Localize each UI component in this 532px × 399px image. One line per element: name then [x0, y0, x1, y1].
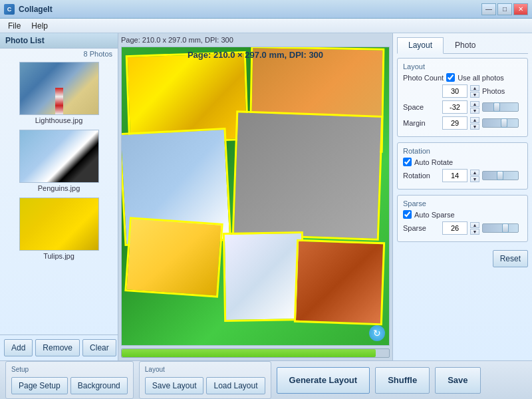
menu-file[interactable]: File [3, 20, 26, 32]
space-label: Space [403, 103, 440, 111]
auto-rotate-checkbox[interactable] [403, 158, 412, 166]
use-all-photos-label[interactable]: Use all photos [446, 73, 504, 82]
rotation-up[interactable]: ▲ [470, 170, 479, 176]
setup-buttons: Page Setup Background [11, 377, 128, 394]
collage-preview [122, 47, 389, 345]
margin-label: Margin [403, 119, 440, 127]
photo-count-up[interactable]: ▲ [470, 85, 479, 91]
auto-rotate-row: Auto Rotate [403, 158, 522, 166]
rotation-section-title: Rotation [403, 147, 522, 155]
menu-help[interactable]: Help [26, 20, 53, 32]
generate-layout-button[interactable]: Generate Layout [277, 367, 370, 394]
rotation-down[interactable]: ▼ [470, 176, 479, 182]
photo-count-value-row: ▲ ▼ Photos [403, 84, 522, 98]
page-setup-button[interactable]: Page Setup [11, 377, 68, 394]
photo-list-header: Photo List [0, 33, 118, 49]
rotation-slider[interactable] [482, 171, 519, 180]
photo-list-buttons: Add Remove Clear [0, 334, 118, 360]
reset-button[interactable]: Reset [493, 250, 528, 267]
right-panel: Layout Photo Layout Photo Count Use all … [392, 33, 532, 360]
save-button[interactable]: Save [435, 367, 480, 394]
photo-name-penguins: Penguins.jpg [38, 184, 80, 192]
layout-buttons: Save Layout Load Layout [145, 377, 265, 394]
remove-button[interactable]: Remove [35, 339, 80, 356]
save-layout-button[interactable]: Save Layout [145, 377, 204, 394]
photo-count-down[interactable]: ▼ [470, 92, 479, 98]
background-button[interactable]: Background [70, 377, 128, 394]
minimize-button[interactable]: — [481, 3, 496, 15]
photos-suffix: Photos [482, 87, 505, 95]
thumbnail-penguins [19, 130, 99, 183]
rotation-section: Rotation Auto Rotate Rotation ▲ ▼ [397, 142, 528, 190]
rotation-slider-thumb[interactable] [497, 171, 503, 180]
setup-group-label: Setup [11, 366, 128, 373]
sparse-down[interactable]: ▼ [470, 229, 479, 235]
window-controls: — □ ✕ [481, 3, 528, 15]
photo-count: 8 Photos [0, 49, 118, 59]
margin-down[interactable]: ▼ [470, 124, 479, 130]
margin-up[interactable]: ▲ [470, 117, 479, 123]
tab-photo[interactable]: Photo [444, 37, 487, 53]
canvas-frame: Page: 210.0 × 297.0 mm, DPI: 300 ↻ [121, 47, 390, 346]
space-row: Space ▲ ▼ [403, 100, 522, 114]
auto-sparse-checkbox[interactable] [403, 210, 412, 219]
rotation-label: Rotation [403, 172, 440, 180]
refresh-icon[interactable]: ↻ [369, 325, 385, 341]
auto-sparse-row: Auto Sparse [403, 210, 522, 219]
list-item[interactable]: Penguins.jpg [3, 130, 115, 192]
maximize-button[interactable]: □ [497, 3, 512, 15]
sparse-section-title: Sparse [403, 200, 522, 207]
progress-bar-container [121, 348, 390, 358]
layout-group-label: Layout [145, 366, 265, 373]
sparse-label: Sparse [403, 224, 440, 232]
sparse-section: Sparse Auto Sparse Sparse ▲ ▼ [397, 195, 528, 242]
sparse-input[interactable] [442, 221, 467, 235]
thumbnail-tulips [19, 198, 99, 251]
photo-count-label: Photo Count [403, 74, 444, 82]
photo-name-tulips: Tulips.jpg [43, 252, 74, 260]
margin-slider[interactable] [482, 118, 519, 128]
sparse-slider-thumb[interactable] [502, 223, 509, 233]
collage-photo-6 [223, 231, 305, 322]
space-slider-thumb[interactable] [493, 102, 500, 112]
auto-sparse-text: Auto Sparse [414, 211, 455, 219]
canvas-title-overlay: Page: 210.0 × 297.0 mm, DPI: 300 [188, 50, 323, 60]
photo-list-scroll[interactable]: Lighthouse.jpg Penguins.jpg Tulips.jpg [0, 59, 118, 334]
use-all-photos-checkbox[interactable] [446, 73, 455, 82]
space-input[interactable] [442, 100, 467, 114]
auto-rotate-text: Auto Rotate [414, 158, 453, 166]
space-down[interactable]: ▼ [470, 108, 479, 114]
space-up[interactable]: ▲ [470, 101, 479, 107]
photo-count-input[interactable] [442, 84, 467, 98]
sparse-slider[interactable] [482, 223, 519, 233]
clear-button[interactable]: Clear [82, 339, 116, 356]
tab-bar: Layout Photo [397, 37, 528, 54]
sparse-value-row: Sparse ▲ ▼ [403, 221, 522, 235]
add-button[interactable]: Add [4, 339, 33, 356]
canvas-area: Page: 210.0 x 297.0 mm, DPI: 300 Page: 2… [118, 33, 392, 360]
margin-slider-thumb[interactable] [501, 118, 507, 128]
margin-input[interactable] [442, 116, 467, 130]
layout-section-title: Layout [403, 63, 522, 70]
bottom-toolbar: Setup Page Setup Background Layout Save … [0, 360, 532, 399]
photo-list-panel: Photo List 8 Photos Lighthouse.jpg Pengu… [0, 33, 118, 360]
progress-bar-fill [122, 349, 376, 357]
tab-layout[interactable]: Layout [397, 37, 444, 54]
margin-spinner: ▲ ▼ [470, 117, 479, 130]
app-title: CollageIt [19, 5, 53, 14]
rotation-input[interactable] [442, 169, 467, 182]
layout-group: Layout Save Layout Load Layout [139, 361, 271, 399]
auto-rotate-label[interactable]: Auto Rotate [403, 158, 453, 166]
space-spinner: ▲ ▼ [470, 101, 479, 114]
auto-sparse-label[interactable]: Auto Sparse [403, 210, 455, 219]
layout-section: Layout Photo Count Use all photos ▲ ▼ Ph… [397, 58, 528, 137]
setup-group: Setup Page Setup Background [5, 361, 134, 399]
close-button[interactable]: ✕ [513, 3, 528, 15]
list-item[interactable]: Lighthouse.jpg [3, 62, 115, 124]
list-item[interactable]: Tulips.jpg [3, 198, 115, 260]
collage-photo-7 [294, 239, 385, 326]
sparse-up[interactable]: ▲ [470, 222, 479, 228]
shuffle-button[interactable]: Shuffle [375, 367, 430, 394]
space-slider[interactable] [482, 102, 519, 112]
load-layout-button[interactable]: Load Layout [206, 377, 265, 394]
